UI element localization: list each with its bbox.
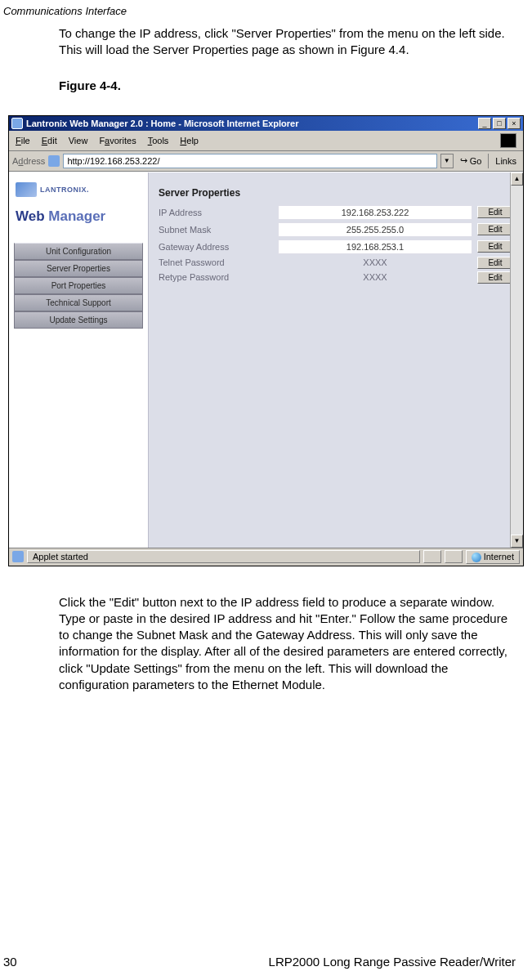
minimize-button[interactable]: _ bbox=[478, 118, 491, 129]
outro-paragraph: Click the "Edit" button next to the IP a… bbox=[59, 594, 516, 694]
menu-tools[interactable]: Tools bbox=[148, 136, 169, 145]
label-telnet-password: Telnet Password bbox=[159, 257, 273, 267]
label-subnet-mask: Subnet Mask bbox=[159, 225, 273, 235]
brand-text: LANTRONIX. bbox=[40, 186, 89, 194]
go-icon: ↪ bbox=[460, 155, 467, 166]
statusbar-message: Applet started bbox=[27, 550, 420, 563]
sidebar: LANTRONIX. Web Manager Unit Configuratio… bbox=[9, 172, 148, 548]
menu-view[interactable]: View bbox=[69, 136, 88, 145]
maximize-button[interactable]: □ bbox=[493, 118, 506, 129]
ie-menubar: File Edit View Favorites Tools Help bbox=[9, 131, 523, 151]
intro-paragraph: To change the IP address, click "Server … bbox=[59, 25, 516, 59]
section-title: Server Properties bbox=[159, 187, 513, 199]
address-input[interactable] bbox=[63, 154, 436, 168]
figure-label: Figure 4-4. bbox=[59, 78, 516, 92]
page-icon bbox=[48, 155, 60, 167]
statusbar-zone: Internet bbox=[466, 550, 520, 564]
menu-favorites[interactable]: Favorites bbox=[99, 136, 136, 145]
ie-titlebar: Lantronix Web Manager 2.0 : Home - Micro… bbox=[9, 116, 523, 131]
sidebar-item-server-properties[interactable]: Server Properties bbox=[14, 260, 143, 277]
ie-logo-icon bbox=[11, 118, 23, 129]
main-panel: Server Properties IP Address 192.168.253… bbox=[148, 172, 523, 548]
edit-button-subnet-mask[interactable]: Edit bbox=[477, 223, 513, 235]
menu-help[interactable]: Help bbox=[180, 136, 199, 145]
scroll-up-icon[interactable]: ▲ bbox=[511, 172, 523, 186]
edit-button-retype-password[interactable]: Edit bbox=[477, 271, 513, 284]
statusbar-page-icon bbox=[12, 551, 24, 562]
scroll-down-icon[interactable]: ▼ bbox=[511, 535, 523, 548]
server-properties-grid: IP Address 192.168.253.222 Edit Subnet M… bbox=[159, 205, 513, 284]
vertical-scrollbar[interactable]: ▲ ▼ bbox=[510, 172, 523, 548]
value-telnet-password: XXXX bbox=[278, 257, 472, 267]
value-subnet-mask: 255.255.255.0 bbox=[278, 222, 472, 237]
ie-window-title: Lantronix Web Manager 2.0 : Home - Micro… bbox=[26, 119, 478, 128]
ie-browser-window: Lantronix Web Manager 2.0 : Home - Micro… bbox=[8, 115, 524, 566]
statusbar-cell bbox=[445, 550, 463, 563]
sidebar-item-technical-support[interactable]: Technical Support bbox=[14, 294, 143, 311]
product-title: Web Manager bbox=[14, 207, 143, 233]
close-button[interactable]: × bbox=[507, 118, 521, 129]
label-gateway-address: Gateway Address bbox=[159, 242, 273, 252]
sidebar-item-unit-configuration[interactable]: Unit Configuration bbox=[14, 243, 143, 260]
ie-address-bar: Address ▼ ↪ Go Links bbox=[9, 151, 523, 172]
value-ip-address: 192.168.253.222 bbox=[278, 205, 472, 220]
address-label: Address bbox=[12, 156, 45, 166]
sidebar-item-update-settings[interactable]: Update Settings bbox=[14, 311, 143, 329]
value-gateway-address: 192.168.253.1 bbox=[278, 239, 472, 254]
ie-viewport: LANTRONIX. Web Manager Unit Configuratio… bbox=[9, 172, 523, 548]
label-retype-password: Retype Password bbox=[159, 272, 273, 282]
ie-statusbar: Applet started Internet bbox=[9, 548, 523, 566]
menu-edit[interactable]: Edit bbox=[42, 136, 57, 145]
address-dropdown-button[interactable]: ▼ bbox=[440, 154, 454, 168]
go-button[interactable]: ↪ Go bbox=[457, 155, 485, 166]
edit-button-gateway-address[interactable]: Edit bbox=[477, 240, 513, 253]
document-title: LRP2000 Long Range Passive Reader/Writer bbox=[269, 955, 516, 969]
running-header: Communications Interface bbox=[0, 0, 532, 25]
ie-throbber-icon bbox=[500, 133, 516, 148]
lantronix-logo-icon bbox=[16, 182, 37, 197]
globe-icon bbox=[472, 553, 481, 562]
links-button[interactable]: Links bbox=[492, 156, 520, 166]
page-number: 30 bbox=[3, 955, 17, 969]
edit-button-telnet-password[interactable]: Edit bbox=[477, 257, 513, 269]
label-ip-address: IP Address bbox=[159, 208, 273, 217]
statusbar-cell bbox=[423, 550, 441, 563]
sidebar-item-port-properties[interactable]: Port Properties bbox=[14, 277, 143, 294]
value-retype-password: XXXX bbox=[278, 272, 472, 282]
menu-file[interactable]: File bbox=[16, 136, 30, 145]
edit-button-ip-address[interactable]: Edit bbox=[477, 206, 513, 218]
